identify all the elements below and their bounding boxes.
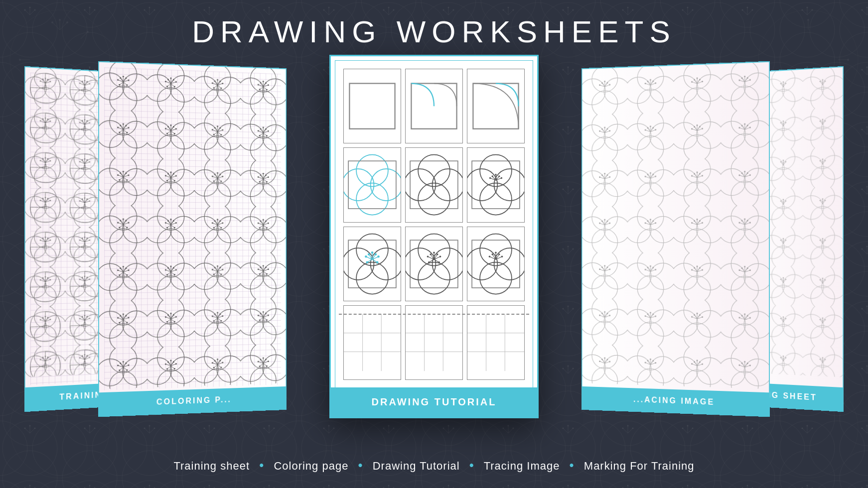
tutorial-cell-6 bbox=[467, 147, 525, 222]
svg-point-91 bbox=[501, 177, 502, 179]
svg-rect-63 bbox=[99, 62, 286, 389]
card-right-label: ...ACING IMAGE bbox=[582, 386, 769, 416]
svg-line-121 bbox=[429, 259, 434, 262]
svg-rect-77 bbox=[472, 161, 520, 209]
svg-rect-130 bbox=[472, 240, 520, 288]
svg-rect-171 bbox=[582, 62, 769, 389]
cards-container: TRAINING bbox=[0, 55, 868, 428]
dashed-divider bbox=[339, 314, 529, 315]
card-center-label: DRAWING TUTORIAL bbox=[331, 387, 537, 417]
svg-point-68 bbox=[356, 183, 388, 215]
svg-point-109 bbox=[366, 261, 368, 263]
svg-point-123 bbox=[430, 253, 431, 255]
svg-point-73 bbox=[418, 155, 450, 187]
bottom-item-5: Marking For Training bbox=[584, 460, 695, 472]
tutorial-cell-1 bbox=[343, 69, 401, 143]
svg-point-105 bbox=[375, 253, 377, 255]
svg-rect-72 bbox=[410, 161, 458, 209]
svg-point-90 bbox=[489, 177, 491, 179]
tutorial-cell-2 bbox=[405, 69, 463, 143]
svg-rect-71 bbox=[348, 161, 396, 209]
svg-point-106 bbox=[371, 251, 374, 254]
svg-point-144 bbox=[501, 255, 503, 257]
tutorial-cell-5 bbox=[405, 147, 463, 222]
tutorial-cell-3 bbox=[467, 69, 525, 143]
tutorial-cell-11 bbox=[405, 305, 463, 380]
svg-point-124 bbox=[436, 253, 438, 255]
tutorial-grid bbox=[343, 69, 525, 380]
svg-point-93 bbox=[356, 234, 388, 265]
card-drawing-tutorial: DRAWING TUTORIAL bbox=[329, 55, 539, 418]
bottom-caption: Training sheet • Coloring page • Drawing… bbox=[0, 458, 868, 473]
tutorial-cell-10 bbox=[343, 305, 401, 380]
svg-point-143 bbox=[489, 255, 490, 257]
svg-point-132 bbox=[480, 262, 512, 294]
svg-point-140 bbox=[491, 253, 493, 255]
bottom-item-2: Coloring page bbox=[274, 460, 348, 472]
svg-point-127 bbox=[439, 255, 441, 257]
tutorial-cell-7 bbox=[343, 227, 401, 301]
svg-point-129 bbox=[438, 261, 440, 262]
svg-rect-92 bbox=[348, 240, 396, 288]
svg-point-128 bbox=[428, 261, 430, 262]
svg-point-94 bbox=[356, 262, 388, 294]
svg-point-131 bbox=[480, 234, 512, 265]
svg-point-89 bbox=[495, 174, 496, 175]
tutorial-cell-4 bbox=[343, 147, 401, 222]
bottom-item-1: Training sheet bbox=[173, 460, 250, 472]
dot-2: • bbox=[358, 458, 363, 473]
svg-point-113 bbox=[418, 262, 450, 294]
dot-1: • bbox=[259, 458, 264, 473]
bottom-item-4: Tracing Image bbox=[484, 460, 560, 472]
dot-4: • bbox=[570, 458, 575, 473]
svg-rect-64 bbox=[349, 84, 395, 129]
svg-point-142 bbox=[495, 251, 496, 253]
svg-point-112 bbox=[418, 234, 450, 265]
bottom-item-3: Drawing Tutorial bbox=[373, 460, 460, 472]
svg-rect-111 bbox=[410, 240, 458, 288]
tutorial-cell-12 bbox=[467, 305, 525, 380]
tutorial-cell-9 bbox=[467, 227, 525, 301]
svg-line-122 bbox=[434, 259, 439, 262]
svg-point-104 bbox=[368, 253, 370, 255]
svg-point-107 bbox=[365, 255, 367, 258]
card-coloring-page: COLORING P... bbox=[98, 61, 287, 417]
svg-point-67 bbox=[356, 155, 388, 187]
svg-point-141 bbox=[498, 253, 500, 255]
svg-point-78 bbox=[480, 155, 512, 187]
card-inner-border bbox=[335, 60, 533, 413]
svg-point-74 bbox=[418, 183, 450, 215]
svg-rect-66 bbox=[473, 84, 518, 129]
svg-point-126 bbox=[427, 255, 429, 257]
card-tracing-image: ...ACING IMAGE bbox=[581, 61, 770, 417]
svg-point-79 bbox=[480, 183, 512, 215]
page-title: DRAWING WORKSHEETS bbox=[0, 14, 868, 49]
svg-point-110 bbox=[376, 261, 379, 263]
svg-point-125 bbox=[433, 251, 434, 253]
tutorial-cell-8 bbox=[405, 227, 463, 301]
svg-point-88 bbox=[498, 176, 500, 177]
svg-point-108 bbox=[377, 255, 380, 258]
dot-3: • bbox=[469, 458, 474, 473]
card-left-label: COLORING P... bbox=[99, 386, 286, 416]
svg-point-87 bbox=[491, 176, 493, 177]
